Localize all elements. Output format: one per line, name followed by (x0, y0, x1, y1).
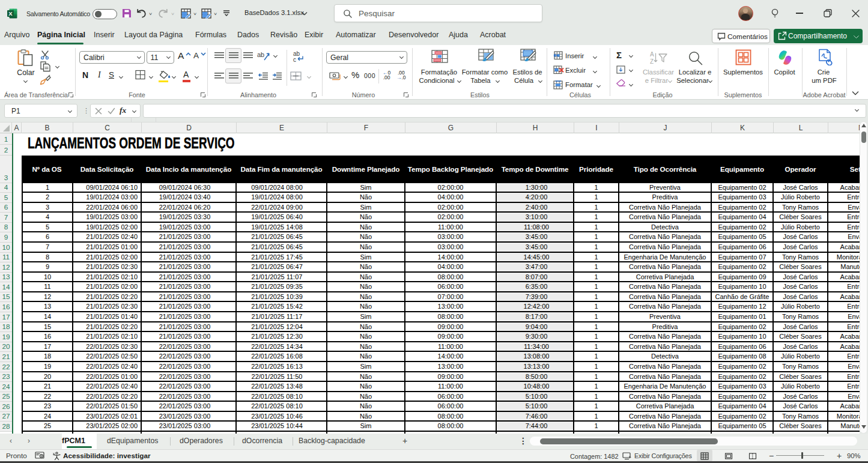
svg-text:X: X (8, 10, 13, 17)
svg-text:A: A (650, 51, 654, 58)
svg-text:Z: Z (650, 58, 654, 65)
svg-text:ab: ab (257, 51, 264, 58)
svg-text:c: c (293, 56, 296, 63)
